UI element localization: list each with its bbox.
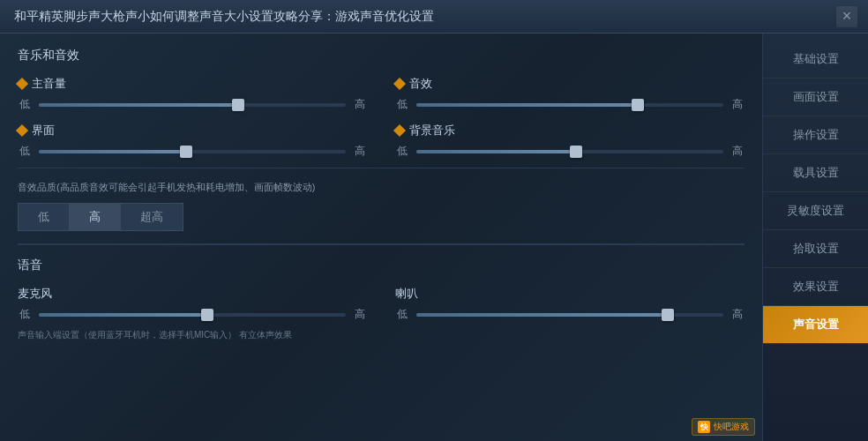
master-volume-track[interactable]: [39, 103, 346, 107]
ui-volume-text: 界面: [32, 123, 55, 138]
sidebar-item-vehicle[interactable]: 载具设置: [763, 154, 868, 192]
quality-section: 音效品质(高品质音效可能会引起手机发热和耗电增加、画面帧数波动) 低 高 超高: [18, 168, 745, 231]
sfx-fill: [416, 103, 638, 107]
ui-volume-group: 界面 低 高: [18, 123, 367, 159]
bgm-fill: [416, 150, 576, 153]
ui-volume-thumb[interactable]: [180, 146, 192, 158]
mic-label: 麦克风: [18, 286, 367, 302]
master-volume-thumb[interactable]: [232, 99, 244, 111]
bgm-thumb[interactable]: [570, 146, 582, 158]
speaker-group: 喇叭 低 高: [395, 286, 745, 322]
speaker-slider-row: 低 高: [395, 307, 745, 322]
voice-section: 语音 麦克风 低 高: [18, 243, 745, 341]
mic-track[interactable]: [39, 313, 346, 317]
sidebar-item-controls[interactable]: 操作设置: [763, 116, 868, 154]
sfx-thumb[interactable]: [632, 99, 644, 111]
sfx-text: 音效: [409, 76, 432, 92]
sfx-slider-row: 低 高: [395, 97, 745, 112]
master-volume-fill: [39, 103, 238, 107]
watermark-text: 快吧游戏: [714, 421, 749, 433]
master-volume-text: 主音量: [32, 76, 66, 92]
close-button[interactable]: ×: [836, 6, 857, 27]
mic-group: 麦克风 低 高: [18, 286, 367, 322]
master-high-label: 高: [353, 97, 367, 112]
mic-text: 麦克风: [18, 286, 52, 302]
master-low-label: 低: [18, 97, 32, 112]
voice-note: 声音输入端设置（使用蓝牙耳机时，选择手机MIC输入） 有立体声效果: [18, 329, 745, 341]
sfx-group: 音效 低 高: [395, 76, 745, 112]
quality-buttons-group: 低 高 超高: [18, 203, 745, 231]
sfx-low-label: 低: [395, 97, 409, 112]
content-area: 音乐和音效 主音量 低 高: [0, 34, 762, 441]
speaker-track[interactable]: [416, 313, 723, 317]
quality-btn-low[interactable]: 低: [18, 203, 69, 231]
bgm-group: 背景音乐 低 高: [395, 123, 745, 159]
diamond-icon-bgm: [393, 124, 406, 137]
speaker-text: 喇叭: [395, 286, 418, 302]
title-bar: 和平精英脚步声大枪声小如何调整声音大小设置攻略分享：游戏声音优化设置 ×: [0, 0, 868, 34]
watermark-icon: 快: [698, 421, 710, 433]
quality-btn-ultra[interactable]: 超高: [120, 203, 183, 231]
diamond-icon-master: [16, 78, 28, 90]
window-title: 和平精英脚步声大枪声小如何调整声音大小设置攻略分享：游戏声音优化设置: [14, 9, 434, 25]
sfx-label: 音效: [395, 76, 745, 92]
speaker-label: 喇叭: [395, 286, 745, 302]
mic-low-label: 低: [18, 307, 32, 322]
sfx-high-label: 高: [730, 97, 745, 112]
slider-grid-top: 主音量 低 高 音效: [18, 76, 745, 159]
bgm-high-label: 高: [730, 144, 745, 159]
voice-title: 语音: [18, 258, 745, 273]
bgm-low-label: 低: [395, 144, 409, 159]
ui-high-label: 高: [353, 144, 367, 159]
bgm-track[interactable]: [416, 150, 723, 153]
bgm-label: 背景音乐: [395, 123, 745, 138]
bgm-slider-row: 低 高: [395, 144, 745, 159]
quality-description: 音效品质(高品质音效可能会引起手机发热和耗电增加、画面帧数波动): [18, 181, 745, 194]
master-volume-label: 主音量: [18, 76, 367, 92]
master-volume-slider-row: 低 高: [18, 97, 367, 112]
sidebar-item-sensitivity[interactable]: 灵敏度设置: [763, 192, 868, 230]
music-sfx-title: 音乐和音效: [18, 48, 745, 64]
diamond-icon-ui: [16, 124, 28, 137]
music-sfx-section: 音乐和音效 主音量 低 高: [18, 48, 745, 231]
sfx-track[interactable]: [416, 103, 723, 107]
ui-volume-track[interactable]: [39, 150, 346, 153]
voice-slider-grid: 麦克风 低 高 喇叭: [18, 286, 745, 322]
master-volume-group: 主音量 低 高: [18, 76, 367, 112]
sidebar-item-basic[interactable]: 基础设置: [763, 41, 868, 78]
ui-volume-slider-row: 低 高: [18, 144, 367, 159]
sidebar-item-pickup[interactable]: 拾取设置: [763, 230, 868, 268]
diamond-icon-sfx: [393, 78, 406, 90]
watermark: 快 快吧游戏: [692, 418, 755, 436]
main-layout: 音乐和音效 主音量 低 高: [0, 34, 868, 441]
bgm-text: 背景音乐: [409, 123, 455, 138]
speaker-fill: [416, 313, 668, 317]
mic-slider-row: 低 高: [18, 307, 367, 322]
sidebar-item-audio[interactable]: 声音设置: [763, 306, 868, 344]
sidebar-item-graphics[interactable]: 画面设置: [763, 78, 868, 116]
ui-volume-label: 界面: [18, 123, 367, 138]
ui-low-label: 低: [18, 144, 32, 159]
speaker-low-label: 低: [395, 307, 409, 322]
speaker-high-label: 高: [730, 307, 745, 322]
mic-thumb[interactable]: [201, 309, 213, 321]
sidebar-item-effects[interactable]: 效果设置: [763, 268, 868, 306]
ui-volume-fill: [39, 150, 186, 153]
sidebar: 基础设置 画面设置 操作设置 载具设置 灵敏度设置 拾取设置 效果设置 声音设置: [762, 34, 868, 441]
mic-fill: [39, 313, 207, 317]
speaker-thumb[interactable]: [662, 309, 674, 321]
quality-btn-high[interactable]: 高: [69, 203, 120, 231]
mic-high-label: 高: [353, 307, 367, 322]
